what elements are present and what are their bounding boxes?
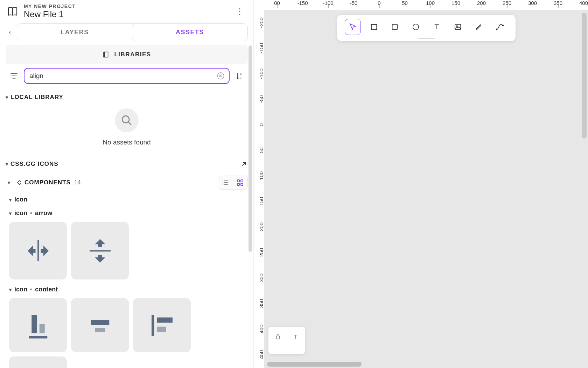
svg-text:Z: Z	[240, 76, 242, 80]
canvas-vertical-scrollbar[interactable]	[582, 13, 587, 139]
group-icon[interactable]: ▾ icon	[0, 190, 253, 203]
svg-rect-26	[455, 24, 461, 30]
asset-align-center-h[interactable]	[71, 298, 129, 352]
ruler-tick: 300	[520, 0, 545, 6]
ruler-left[interactable]: -200-150-100-500501001502002503003504004…	[254, 10, 264, 368]
group-icon-arrow[interactable]: ▾ icon • arrow	[0, 203, 253, 217]
svg-rect-7	[237, 183, 239, 185]
text-icon	[292, 334, 299, 340]
tool-pencil[interactable]	[471, 19, 487, 35]
group-icon-arrow-sub: arrow	[35, 210, 52, 217]
svg-rect-13	[95, 328, 105, 332]
ruler-tick: 400	[258, 316, 264, 342]
text-options-button[interactable]	[287, 329, 303, 345]
group-icon-arrow-base: icon	[14, 210, 27, 217]
canvas-area[interactable]: 00-150-100-50050100150200250300350400 -2…	[254, 0, 588, 368]
grid-view-button[interactable]	[233, 176, 247, 189]
project-name: MY NEW PROJECT	[24, 3, 232, 9]
ruler-tick: 400	[571, 0, 588, 6]
floating-toolbar[interactable]	[337, 15, 516, 41]
svg-rect-9	[31, 315, 37, 333]
collapse-panel-button[interactable]	[6, 28, 14, 37]
left-scrollbar[interactable]	[248, 45, 252, 252]
group-icon-content[interactable]: ▾ icon • content	[0, 279, 253, 293]
search-input[interactable]	[29, 72, 217, 80]
empty-text: No assets found	[103, 139, 150, 146]
asset-align-left[interactable]	[133, 298, 191, 352]
clear-search-button[interactable]	[217, 72, 224, 79]
chevron-down-icon: ▾	[8, 180, 10, 185]
components-header[interactable]: ▾ COMPONENTS 14	[0, 168, 253, 190]
svg-point-22	[371, 29, 371, 30]
reset-view-button[interactable]	[270, 329, 286, 345]
chevron-down-icon: ▾	[6, 161, 8, 167]
ruler-top[interactable]: 00-150-100-50050100150200250300350400	[254, 0, 588, 10]
tool-ellipse[interactable]	[408, 19, 424, 35]
ruler-tick: 50	[392, 0, 418, 6]
section-cssgg-header[interactable]: ▾ CSS.GG ICONS	[6, 160, 248, 168]
asset-arrow-align-h[interactable]	[9, 222, 67, 279]
search-field-wrap[interactable]	[24, 68, 230, 84]
toolbar-drag-handle[interactable]	[418, 38, 435, 39]
tool-image[interactable]	[450, 19, 466, 35]
svg-rect-10	[39, 324, 44, 333]
chevron-down-icon: ▾	[9, 211, 12, 216]
svg-rect-6	[241, 180, 243, 182]
section-cssgg: ▾ CSS.GG ICONS	[0, 151, 253, 168]
canvas-horizontal-scrollbar[interactable]	[267, 362, 362, 367]
asset-align-middle[interactable]	[9, 356, 67, 368]
svg-rect-5	[237, 180, 239, 182]
image-icon	[454, 23, 462, 31]
tool-frame[interactable]	[366, 19, 382, 35]
ruler-tick: 0	[366, 0, 392, 6]
external-link-icon[interactable]	[240, 160, 248, 168]
ruler-tick: 450	[258, 342, 264, 367]
tool-move[interactable]	[345, 19, 361, 35]
file-name[interactable]: New File 1	[24, 9, 232, 19]
ruler-tick: 150	[443, 0, 469, 6]
libraries-button[interactable]: LIBRARIES	[6, 45, 248, 64]
sort-toggle-button[interactable]: A Z	[234, 71, 244, 81]
circle-icon	[412, 23, 420, 31]
filter-toggle-button[interactable]	[9, 71, 19, 81]
ruler-tick: 300	[258, 265, 264, 291]
asset-align-bottom[interactable]	[9, 298, 67, 352]
section-local-library-header[interactable]: ▾ LOCAL LIBRARY	[6, 94, 248, 101]
ruler-tick: 250	[494, 0, 520, 6]
asset-arrow-align-v[interactable]	[71, 222, 129, 279]
tab-layers[interactable]: LAYERS	[17, 24, 132, 41]
section-local-library: ▾ LOCAL LIBRARY No assets found	[0, 87, 253, 151]
svg-rect-12	[91, 320, 109, 325]
svg-point-3	[122, 116, 129, 123]
ruler-tick: 350	[545, 0, 571, 6]
droplet-icon	[274, 333, 281, 340]
ruler-tick: 350	[258, 291, 264, 316]
panel-tabs: LAYERS ASSETS	[0, 22, 253, 43]
components-title: COMPONENTS	[24, 179, 71, 186]
ruler-tick: 0	[258, 112, 264, 137]
project-logo-icon	[6, 5, 19, 18]
tool-curve[interactable]	[492, 19, 508, 35]
ruler-tick: 200	[469, 0, 494, 6]
square-icon	[391, 23, 399, 31]
separator-dot-icon: •	[30, 210, 32, 217]
tab-assets[interactable]: ASSETS	[132, 23, 248, 41]
svg-rect-11	[29, 336, 47, 339]
chevron-down-icon: ▾	[9, 287, 12, 292]
list-view-button[interactable]	[218, 176, 233, 189]
component-icon	[14, 179, 21, 186]
asset-grid-arrow	[0, 217, 253, 279]
ruler-tick: -100	[258, 61, 264, 86]
tool-rectangle[interactable]	[387, 19, 403, 35]
separator-dot-icon: •	[30, 286, 32, 293]
project-menu-button[interactable]: ⋮	[232, 5, 247, 18]
project-header: MY NEW PROJECT New File 1 ⋮	[0, 0, 253, 22]
view-options-panel[interactable]	[268, 327, 305, 354]
libraries-label: LIBRARIES	[114, 51, 151, 58]
svg-point-29	[502, 25, 503, 26]
ruler-tick: -150	[258, 35, 264, 61]
ruler-tick: 00	[264, 0, 290, 6]
tool-text[interactable]	[429, 19, 445, 35]
text-cursor-icon	[108, 72, 108, 81]
canvas[interactable]	[264, 10, 588, 368]
